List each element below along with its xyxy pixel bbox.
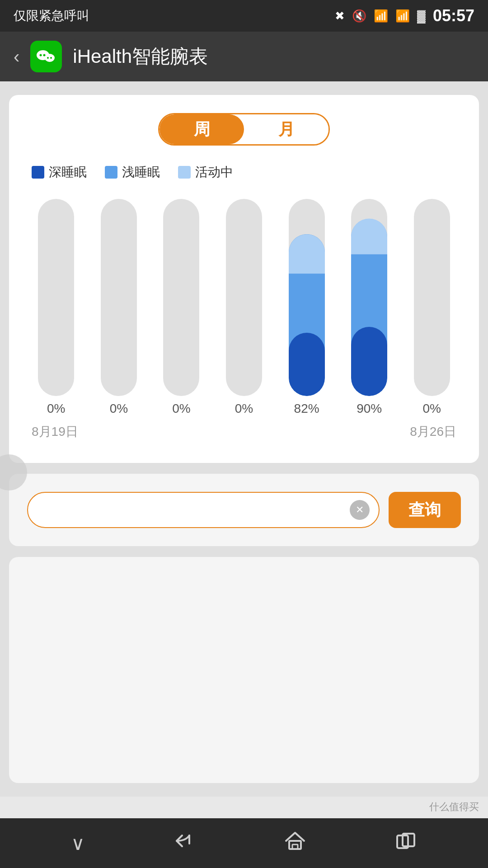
bar-track-2 (101, 199, 137, 396)
back-icon (173, 832, 196, 854)
emergency-text: 仅限紧急呼叫 (14, 7, 89, 24)
bar-2: 0% (90, 199, 148, 416)
date-row: 8月19日 8月26日 (27, 423, 461, 440)
bar-chart: 0% 0% 0% 0% (27, 199, 461, 440)
date-end: 8月26日 (410, 423, 456, 440)
back-button[interactable]: ‹ (14, 47, 19, 67)
bar-4: 0% (215, 199, 273, 416)
bar-percent-4: 0% (235, 401, 253, 416)
bar-track-5 (289, 199, 325, 396)
empty-content-area (9, 557, 479, 783)
legend-active: 活动中 (178, 164, 233, 181)
query-card: ✕ 查询 (9, 474, 479, 546)
legend-deep-sleep: 深睡眠 (32, 164, 87, 181)
nav-menu-button[interactable] (394, 831, 417, 855)
status-bar: 仅限紧急呼叫 ✖ 🔇 📶 📶 ▓ 05:57 (0, 0, 488, 32)
search-input-wrapper[interactable]: ✕ (27, 492, 380, 528)
svg-point-5 (50, 57, 52, 59)
bar-percent-7: 0% (423, 401, 441, 416)
bar-track-1 (38, 199, 74, 396)
svg-rect-8 (292, 844, 298, 849)
nav-back-button[interactable] (173, 832, 196, 854)
search-input[interactable] (42, 502, 350, 518)
chevron-down-icon: ∨ (71, 832, 85, 854)
week-tab[interactable]: 周 (160, 114, 244, 144)
wifi-icon: 📶 (374, 9, 388, 23)
bar-3: 0% (152, 199, 211, 416)
chart-legend: 深睡眠 浅睡眠 活动中 (27, 164, 461, 181)
svg-point-1 (40, 54, 42, 57)
bar-percent-5: 82% (294, 401, 319, 416)
deep-sleep-dot (32, 166, 44, 179)
query-button[interactable]: 查询 (389, 492, 461, 528)
light-sleep-label: 浅睡眠 (122, 164, 160, 181)
page-title: iHealth智能腕表 (73, 44, 208, 69)
bar-track-4 (226, 199, 262, 396)
signal1-icon: 📶 (395, 9, 410, 23)
chart-card: 周 月 深睡眠 浅睡眠 活动中 (9, 95, 479, 463)
mute-icon: 🔇 (352, 9, 366, 23)
nav-down-button[interactable]: ∨ (71, 832, 85, 854)
active-dot (178, 166, 191, 179)
home-icon (284, 831, 306, 855)
query-row: ✕ 查询 (27, 492, 461, 528)
bar-track-7 (414, 199, 450, 396)
main-content: 周 月 深睡眠 浅睡眠 活动中 (0, 81, 488, 797)
bar-percent-2: 0% (110, 401, 128, 416)
legend-light-sleep: 浅睡眠 (105, 164, 160, 181)
bar-track-6 (351, 199, 387, 396)
watermark: 什么值得买 (429, 800, 479, 814)
bar-percent-6: 90% (357, 401, 382, 416)
bar-percent-3: 0% (172, 401, 190, 416)
bars-row: 0% 0% 0% 0% (27, 199, 461, 416)
period-toggle[interactable]: 周 月 (158, 113, 330, 146)
bluetooth-icon: ✖ (335, 9, 345, 23)
light-sleep-dot (105, 166, 117, 179)
clear-button[interactable]: ✕ (350, 500, 370, 520)
recents-icon (394, 831, 417, 855)
month-tab[interactable]: 月 (244, 114, 328, 144)
bar-track-3 (163, 199, 199, 396)
nav-bar: ∨ (0, 818, 488, 868)
bar-percent-1: 0% (47, 401, 65, 416)
app-icon (30, 41, 62, 72)
date-start: 8月19日 (32, 423, 78, 440)
active-label: 活动中 (195, 164, 233, 181)
toggle-container: 周 月 (27, 113, 461, 146)
bar-1: 0% (27, 199, 85, 416)
title-bar: ‹ iHealth智能腕表 (0, 32, 488, 81)
clock: 05:57 (433, 6, 474, 25)
deep-sleep-label: 深睡眠 (49, 164, 87, 181)
battery-icon: ▓ (417, 9, 426, 23)
bar-7: 0% (403, 199, 461, 416)
svg-point-3 (45, 54, 55, 62)
svg-point-4 (47, 57, 49, 59)
wechat-logo (35, 45, 57, 68)
status-icons: ✖ 🔇 📶 📶 ▓ 05:57 (335, 6, 474, 25)
nav-home-button[interactable] (284, 831, 306, 855)
bar-5: 82% (277, 199, 336, 416)
bar-6: 90% (340, 199, 399, 416)
svg-point-2 (43, 54, 46, 57)
